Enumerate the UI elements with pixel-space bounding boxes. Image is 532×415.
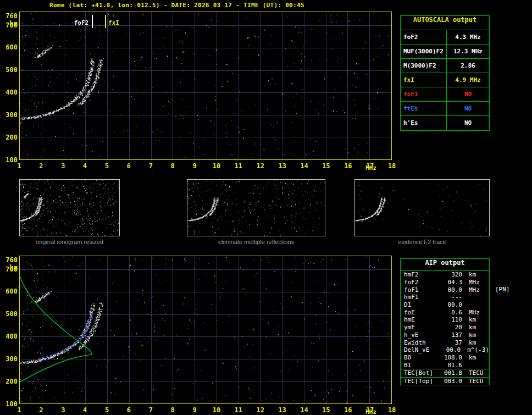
x-axis-tick-label: 11 xyxy=(232,406,245,414)
aip-param-unit: TECU xyxy=(469,378,484,385)
x-axis-tick-label: 18 xyxy=(385,162,398,170)
y-axis-unit-label: km xyxy=(0,20,18,27)
autoscala-param-value: 4.9 MHz xyxy=(447,73,489,87)
x-axis-tick-label: 6 xyxy=(122,162,135,170)
autoscala-row-MUF(3000)F2: MUF(3000)F212.3 MHz xyxy=(401,45,489,59)
aip-param-value: 0.6 xyxy=(439,309,462,316)
y-axis-tick-label: 300 xyxy=(0,111,18,119)
aip-output-table: AIP output hmF2320kmfoF204.3MHzfoF100.0M… xyxy=(400,258,490,385)
autoscala-row-M(3000)F2: M(3000)F22.86 xyxy=(401,59,489,73)
aip-param-label: B0 xyxy=(404,354,439,361)
autoscala-param-label: fxI xyxy=(401,73,447,87)
aip-table-title: AIP output xyxy=(401,259,489,271)
autoscala-row-foF2: foF24.3 MHz xyxy=(401,30,489,45)
aip-table-body: hmF2320kmfoF204.3MHzfoF100.0MHz[PN]hmF1-… xyxy=(401,271,489,369)
x-axis-tick-label: 2 xyxy=(35,406,48,414)
aip-row-D1: D100.0 xyxy=(401,301,489,309)
x-axis-tick-label: 11 xyxy=(232,162,245,170)
aip-param-unit: MHz xyxy=(469,286,480,294)
x-axis-unit-label: MHz xyxy=(354,164,376,171)
thumbnail-canvas-no-multiples xyxy=(187,180,325,236)
autoscala-param-label: MUF(3000)F2 xyxy=(401,45,447,58)
autoscala-param-label: M(3000)F2 xyxy=(401,59,447,73)
x-axis-tick-label: 14 xyxy=(297,162,311,170)
aip-param-unit: km xyxy=(469,339,476,346)
autoscala-row-h'Es: h'EsNO xyxy=(401,116,489,130)
x-axis-tick-label: 4 xyxy=(79,406,92,414)
autoscala-param-label: ftEs xyxy=(401,102,447,115)
x-axis-tick-label: 9 xyxy=(188,406,201,414)
aip-row-h_vE: h_vE137km xyxy=(401,331,489,339)
aip-param-unit: km xyxy=(469,316,476,323)
thumbnail-caption-no-multiples: eliminate multiple reflections xyxy=(187,239,325,245)
aip-tec-rows: TEC[Bot]001.8TECUTEC[Top]003.0TECU xyxy=(401,369,489,385)
aip-row-DelN_vE: DelN_vE00.0m^(-3) xyxy=(401,346,489,354)
autoscala-param-value: 4.3 MHz xyxy=(447,30,489,44)
y-axis-tick-label: 500 xyxy=(0,310,18,318)
aip-param-unit: km xyxy=(469,324,476,331)
autoscala-app-window: Rome (lat: +41.8, lon: 012.5) - DATE: 20… xyxy=(0,0,532,415)
y-axis-unit-label: km xyxy=(0,264,18,272)
aip-row-hmF1: hmF1--- xyxy=(401,294,489,301)
aip-row-Ewidth: Ewidth37km xyxy=(401,339,489,346)
aip-param-label: hmF1 xyxy=(404,294,439,301)
y-axis-tick-label: 500 xyxy=(0,66,18,74)
marker-line-foF2 xyxy=(92,15,93,28)
autoscala-param-value: NO xyxy=(447,87,489,101)
aip-row-B1: B101.6 xyxy=(401,361,489,369)
x-axis-tick-label: 8 xyxy=(166,406,179,414)
thumbnail-canvas-original xyxy=(20,180,119,236)
aip-param-value: 04.3 xyxy=(439,279,462,286)
autoscala-row-fxI: fxI4.9 MHz xyxy=(401,73,489,87)
x-axis-tick-label: 10 xyxy=(210,406,223,414)
aip-param-label: hmE xyxy=(404,316,439,323)
x-axis-tick-label: 15 xyxy=(319,406,332,414)
autoscala-param-value: 12.3 MHz xyxy=(447,45,489,58)
aip-param-unit: km xyxy=(469,271,476,278)
x-axis-tick-label: 5 xyxy=(101,406,114,414)
x-axis-tick-label: 4 xyxy=(79,162,92,170)
thumbnail-f2-trace xyxy=(354,179,490,236)
autoscala-param-value: NO xyxy=(447,116,489,130)
aip-param-value: 003.0 xyxy=(439,378,462,385)
x-axis-tick-label: 3 xyxy=(57,406,70,414)
aip-param-label: ymE xyxy=(404,324,439,331)
aip-row-hmE: hmE110km xyxy=(401,316,489,324)
aip-param-value: 00.0 xyxy=(439,286,462,294)
x-axis-tick-label: 5 xyxy=(101,162,114,170)
aip-row-hmF2: hmF2320km xyxy=(401,271,489,279)
y-axis-tick-label: 760 xyxy=(0,12,18,20)
autoscala-param-label: foF1 xyxy=(401,87,447,101)
aip-param-label: h_vE xyxy=(404,331,439,339)
aip-param-value: 137 xyxy=(439,331,462,339)
station-date-time-title: Rome (lat: +41.8, lon: 012.5) - DATE: 20… xyxy=(49,2,304,9)
x-axis-tick-label: 7 xyxy=(144,162,157,170)
x-axis-tick-label: 6 xyxy=(122,406,135,414)
aip-param-value: 00.0 xyxy=(438,346,461,353)
x-axis-tick-label: 2 xyxy=(35,162,48,170)
autoscala-row-foF1: foF1NO xyxy=(401,87,489,102)
y-axis-tick-label: 200 xyxy=(0,134,18,141)
aip-param-label: Ewidth xyxy=(404,339,439,346)
aip-param-value: 00.0 xyxy=(439,301,462,308)
marker-line-fxI xyxy=(105,15,106,28)
thumbnail-canvas-f2-trace xyxy=(355,180,489,236)
x-axis-tick-label: 13 xyxy=(276,162,289,170)
profile-plot-bottom xyxy=(19,256,392,404)
autoscala-param-value: NO xyxy=(447,102,489,115)
y-axis-tick-label: 400 xyxy=(0,88,18,96)
aip-param-label: hmF2 xyxy=(404,271,439,278)
x-axis-tick-label: 8 xyxy=(166,162,179,170)
y-axis-tick-label: 300 xyxy=(0,355,18,363)
x-axis-tick-label: 12 xyxy=(254,162,267,170)
aip-row-TEC[Top]: TEC[Top]003.0TECU xyxy=(401,377,489,385)
aip-param-note: [PN] xyxy=(495,286,510,293)
aip-row-B0: B0108.0km xyxy=(401,354,489,362)
aip-param-value: 108.0 xyxy=(439,354,462,361)
aip-param-label: TEC[Top] xyxy=(404,378,439,385)
aip-param-unit: m^(-3) xyxy=(467,346,489,353)
aip-row-ymE: ymE20km xyxy=(401,324,489,331)
aip-param-value: 320 xyxy=(439,271,462,278)
aip-row-foF1: foF100.0MHz[PN] xyxy=(401,286,489,294)
aip-param-value: 01.6 xyxy=(439,362,462,369)
